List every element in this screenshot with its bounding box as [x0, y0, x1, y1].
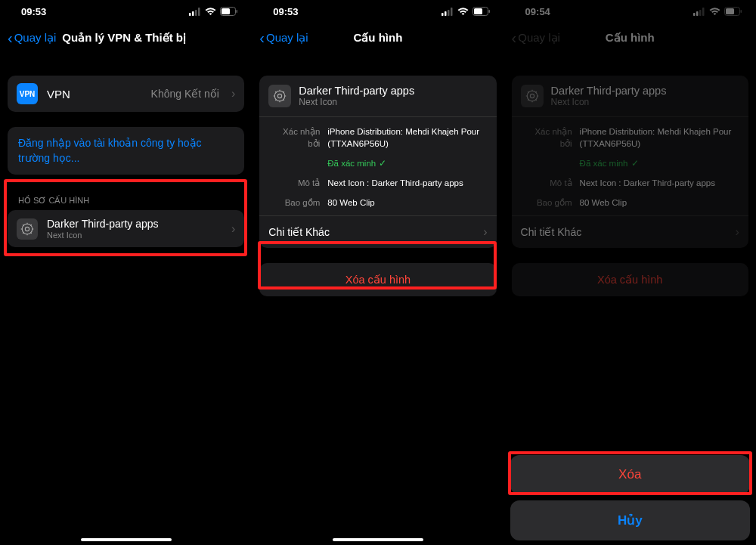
more-details-row: Chi tiết Khác › [512, 215, 748, 248]
profile-title: Darker Third-party apps [299, 85, 414, 97]
status-icons [693, 7, 742, 16]
back-label: Quay lại [14, 31, 57, 45]
svg-rect-17 [442, 13, 444, 16]
delete-profile-button: Xóa cấu hình [512, 263, 748, 296]
profile-subtitle: Next Icon [47, 231, 219, 240]
status-time: 09:53 [21, 6, 46, 17]
svg-rect-2 [195, 10, 197, 16]
svg-rect-1 [192, 11, 194, 16]
profile-title: Darker Third-party apps [47, 218, 219, 230]
chevron-right-icon: › [736, 225, 739, 239]
back-label: Quay lại [518, 31, 560, 45]
profile-title: Darker Third-party apps [551, 85, 667, 97]
description-label: Mô tả [521, 177, 572, 189]
svg-rect-36 [699, 10, 702, 16]
svg-rect-23 [488, 10, 490, 13]
vpn-row[interactable]: VPN VPN Không Kết nối › [8, 76, 244, 112]
signal-icon [693, 8, 705, 16]
more-details-row[interactable]: Chi tiết Khác › [259, 215, 496, 248]
contains-label: Bao gồm [521, 197, 572, 209]
action-sheet: Xóa Hủy [510, 455, 750, 540]
vpn-status: Không Kết nối [151, 88, 219, 100]
signal-icon [189, 8, 201, 16]
status-time: 09:53 [273, 6, 298, 17]
svg-rect-5 [222, 8, 230, 14]
status-bar: 09:54 [504, 0, 756, 23]
home-indicator[interactable] [81, 538, 172, 541]
svg-point-42 [530, 94, 534, 98]
svg-point-25 [278, 94, 282, 98]
battery-icon [472, 7, 491, 16]
more-details-label: Chi tiết Khác [521, 226, 582, 238]
wifi-icon [709, 8, 720, 16]
verified-badge: Đã xác minh✓ [580, 157, 639, 169]
wifi-icon [457, 8, 469, 16]
nav-bar: ‹ Quay lại Quản lý VPN & Thiết bị [0, 23, 252, 53]
wifi-icon [205, 8, 216, 16]
signed-by-value: iPhone Distribution: Mehdi Khajeh Pour (… [327, 125, 487, 150]
svg-rect-34 [693, 13, 696, 16]
gear-icon [17, 218, 38, 240]
signal-icon [442, 8, 454, 16]
battery-icon [220, 7, 238, 16]
vpn-label: VPN [47, 88, 142, 101]
page-title: Cấu hình [606, 31, 655, 45]
back-button[interactable]: ‹ Quay lại [8, 30, 56, 45]
svg-point-8 [25, 227, 29, 231]
svg-rect-35 [696, 11, 699, 16]
svg-rect-0 [189, 13, 191, 16]
profile-detail-card: Darker Third-party apps Next Icon Xác nh… [259, 76, 496, 248]
sign-in-link[interactable]: Đăng nhập vào tài khoản công ty hoặc trư… [8, 127, 244, 175]
delete-profile-button[interactable]: Xóa cấu hình [259, 263, 496, 296]
description-value: Next Icon : Darker Third-party apps [580, 177, 739, 189]
chevron-left-icon: ‹ [8, 30, 13, 45]
svg-rect-6 [237, 10, 238, 13]
svg-rect-22 [474, 8, 482, 14]
svg-rect-37 [702, 8, 705, 16]
check-icon: ✓ [631, 157, 639, 169]
svg-rect-40 [740, 10, 742, 13]
status-icons [442, 7, 491, 16]
contains-label: Bao gồm [268, 197, 320, 209]
nav-bar: ‹ Quay lại Cấu hình [504, 23, 756, 53]
svg-rect-19 [448, 10, 450, 16]
gear-icon [521, 85, 544, 107]
cancel-button[interactable]: Hủy [510, 500, 750, 540]
chevron-right-icon: › [231, 222, 235, 236]
chevron-right-icon: › [483, 225, 487, 239]
gear-icon [268, 85, 291, 107]
status-bar: 09:53 [252, 0, 503, 23]
verified-badge: Đã xác minh✓ [327, 157, 386, 169]
chevron-right-icon: › [231, 87, 235, 101]
more-details-label: Chi tiết Khác [268, 226, 330, 238]
status-bar: 09:53 [0, 0, 252, 23]
status-icons [189, 7, 238, 16]
svg-rect-20 [451, 8, 453, 16]
signed-by-label: Xác nhận bởi [268, 125, 320, 150]
section-header: HỒ SƠ CẤU HÌNH [8, 196, 244, 206]
description-value: Next Icon : Darker Third-party apps [327, 177, 487, 189]
nav-bar: ‹ Quay lại Cấu hình [252, 23, 503, 53]
signed-by-label: Xác nhận bởi [521, 125, 572, 150]
back-button: ‹ Quay lại [512, 30, 560, 45]
page-title: Quản lý VPN & Thiết bị [62, 31, 186, 45]
signed-by-value: iPhone Distribution: Mehdi Khajeh Pour (… [580, 125, 739, 150]
svg-rect-3 [198, 8, 200, 16]
chevron-left-icon: ‹ [512, 30, 517, 45]
status-time: 09:54 [525, 6, 550, 17]
svg-rect-18 [445, 11, 447, 16]
battery-icon [724, 7, 742, 16]
profile-row[interactable]: Darker Third-party apps Next Icon › [8, 210, 244, 247]
contains-value: 80 Web Clip [580, 197, 739, 209]
profile-detail-card: Darker Third-party apps Next Icon Xác nh… [512, 76, 748, 248]
page-title: Cấu hình [354, 31, 403, 45]
contains-value: 80 Web Clip [327, 197, 487, 209]
home-indicator[interactable] [333, 538, 423, 541]
description-label: Mô tả [268, 177, 320, 189]
confirm-delete-button[interactable]: Xóa [510, 455, 750, 494]
back-label: Quay lại [266, 31, 308, 45]
svg-rect-39 [726, 8, 734, 14]
check-icon: ✓ [379, 157, 386, 169]
back-button[interactable]: ‹ Quay lại [259, 30, 308, 45]
vpn-icon: VPN [17, 83, 38, 104]
